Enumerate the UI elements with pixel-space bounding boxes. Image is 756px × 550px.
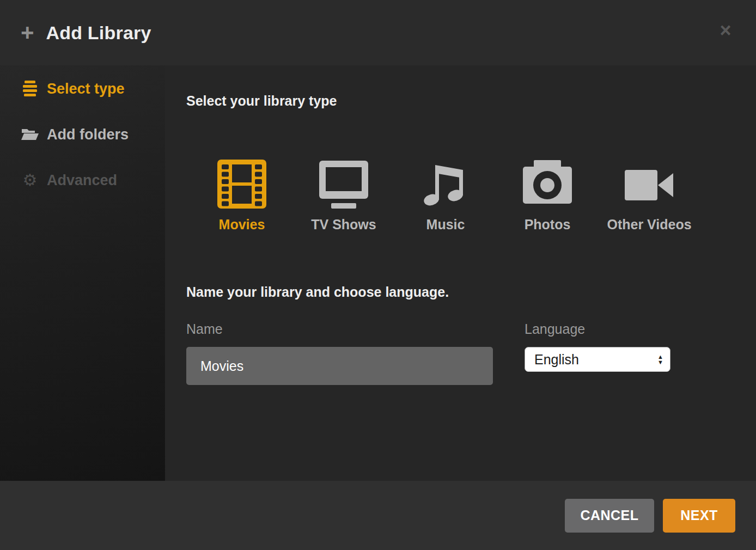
type-option-tv-shows[interactable]: TV Shows (303, 159, 385, 233)
sidebar-item-advanced: ⚙ Advanced (0, 157, 165, 203)
close-icon: × (720, 21, 731, 40)
camera-icon (522, 159, 572, 209)
sidebar-item-label: Add folders (47, 126, 129, 143)
type-option-movies[interactable]: Movies (201, 159, 283, 233)
cancel-button[interactable]: CANCEL (565, 499, 654, 533)
name-language-form: Name Language English ▲ ▼ (186, 321, 756, 385)
dialog-footer: CANCEL NEXT (0, 481, 756, 550)
sidebar-item-add-folders[interactable]: Add folders (0, 112, 165, 157)
dialog-title: Add Library (46, 22, 151, 44)
dialog-header: + Add Library × (0, 0, 756, 65)
type-option-label: Music (426, 217, 465, 233)
type-option-music[interactable]: Music (405, 159, 486, 233)
main-content: Select your library type (165, 65, 756, 481)
library-type-row: Movies TV Shows (201, 159, 756, 233)
name-field-group: Name (186, 321, 493, 385)
language-field-group: Language English ▲ ▼ (525, 321, 670, 385)
music-note-icon (420, 159, 471, 209)
type-option-label: Photos (525, 217, 571, 233)
name-section-heading: Name your library and choose language. (186, 284, 756, 300)
add-library-dialog: + Add Library × S (0, 0, 756, 550)
name-label: Name (186, 321, 493, 337)
type-section-heading: Select your library type (186, 93, 756, 109)
type-option-photos[interactable]: Photos (507, 159, 588, 233)
video-camera-icon (624, 159, 674, 209)
wizard-steps-sidebar: Select type Add folders ⚙ Adva (0, 65, 165, 481)
select-arrows-icon: ▲ ▼ (657, 354, 663, 365)
dialog-body: Select type Add folders ⚙ Adva (0, 65, 756, 481)
folder-open-icon (21, 127, 39, 142)
plus-icon: + (21, 21, 34, 44)
gear-icon: ⚙ (21, 172, 39, 188)
close-button[interactable]: × (714, 19, 737, 42)
next-button[interactable]: NEXT (663, 499, 735, 533)
language-selected-value: English (534, 352, 579, 368)
sidebar-item-label: Select type (47, 81, 125, 97)
type-option-label: TV Shows (311, 217, 376, 233)
tv-icon (319, 159, 369, 209)
library-name-input[interactable] (186, 347, 493, 385)
type-option-label: Other Videos (607, 217, 691, 233)
language-select[interactable]: English ▲ ▼ (525, 347, 670, 372)
language-label: Language (525, 321, 670, 337)
list-icon (21, 80, 39, 98)
sidebar-item-label: Advanced (47, 172, 117, 189)
type-option-other-videos[interactable]: Other Videos (608, 159, 690, 233)
type-option-label: Movies (219, 217, 265, 233)
film-icon (217, 159, 267, 209)
sidebar-item-select-type[interactable]: Select type (0, 66, 165, 112)
